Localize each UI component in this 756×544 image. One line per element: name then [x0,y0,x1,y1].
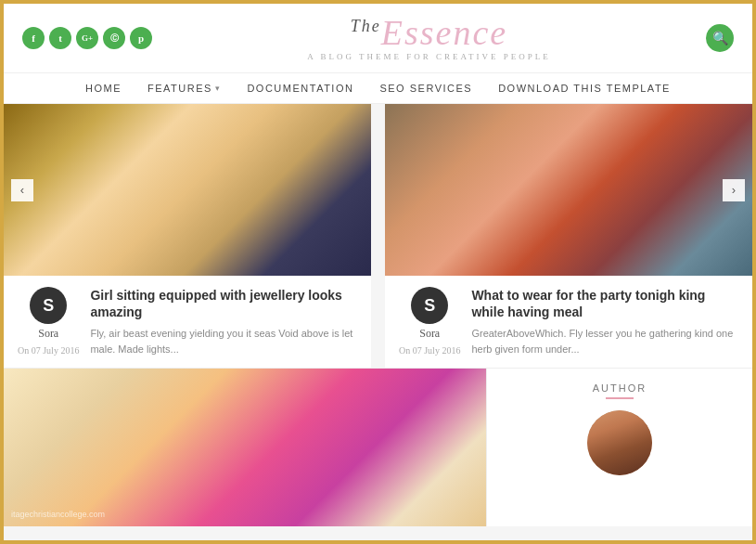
article-excerpt-2: GreaterAboveWhich. Fly lesser you he gat… [471,326,738,356]
article-card-2: › S Sora On 07 July 2016 What to wear fo… [385,104,752,368]
article-image-2: › [385,104,752,276]
author-divider [606,397,634,399]
nav-home[interactable]: HOME [85,83,122,94]
nav-home-label: HOME [85,83,122,94]
nav-features-label: FEATURES [147,83,212,94]
author-avatar-large [587,410,652,475]
article-excerpt-1: Fly, air beast evening yielding you it s… [90,326,357,356]
logo-area: TheEssence A BLOG THEME FOR CREATIVE PEO… [152,15,706,61]
logo-name: Essence [381,13,507,52]
articles-row: ‹ S Sora On 07 July 2016 Girl sitting eq… [4,104,752,369]
logo-the: The [351,17,381,35]
author-widget-title: AUTHOR [506,382,734,394]
logo-subtitle: A BLOG THEME FOR CREATIVE PEOPLE [152,52,706,61]
nav-download[interactable]: DOWNLOAD THIS TEMPLATE [498,83,671,94]
navigation: HOME FEATURES ▾ DOCUMENTATION SEO SERVIC… [4,73,752,104]
logo-title: TheEssence [152,15,706,50]
nav-features[interactable]: FEATURES ▾ [147,83,221,94]
article-image-1: ‹ [4,104,371,276]
girl-image [4,104,371,276]
instagram-icon[interactable]: Ⓒ [103,27,125,49]
carousel-next-button-2[interactable]: › [723,179,745,201]
article-card-1: ‹ S Sora On 07 July 2016 Girl sitting eq… [4,104,385,368]
author-avatar-col-1: S Sora On 07 July 2016 [18,287,79,356]
watermark: itagechristiancollege.com [11,510,105,519]
author-date-2: On 07 July 2016 [399,345,460,356]
avatar-2: S [411,287,448,324]
page-wrapper: f t G+ Ⓒ p TheEssence A BLOG THEME FOR C… [4,4,752,526]
author-name-1: Sora [38,327,58,341]
article-meta-1: S Sora On 07 July 2016 Girl sitting equi… [4,276,371,368]
avatar-1: S [30,287,67,324]
bottom-image: itagechristiancollege.com [4,369,486,526]
author-widget: AUTHOR [486,369,752,526]
header: f t G+ Ⓒ p TheEssence A BLOG THEME FOR C… [4,4,752,73]
nav-documentation[interactable]: DOCUMENTATION [247,83,353,94]
google-plus-icon[interactable]: G+ [76,27,98,49]
twitter-icon[interactable]: t [49,27,71,49]
search-button[interactable]: 🔍 [706,24,734,52]
facebook-icon[interactable]: f [22,27,45,49]
author-name-2: Sora [419,327,440,341]
pinterest-icon[interactable]: p [130,27,152,49]
social-icons: f t G+ Ⓒ p [22,27,152,49]
author-date-1: On 07 July 2016 [18,345,79,356]
bottom-section: itagechristiancollege.com AUTHOR [4,369,752,526]
nav-seo-label: SEO SERVICES [379,83,472,94]
article-title-1: Girl sitting equipped with jewellery loo… [90,287,357,320]
article-text-2: What to wear for the party tonigh king w… [471,287,738,356]
friends-image [385,104,752,276]
author-avatar-image [587,410,652,475]
nav-seo-services[interactable]: SEO SERVICES [379,83,472,94]
author-avatar-col-2: S Sora On 07 July 2016 [399,287,460,356]
article-meta-2: S Sora On 07 July 2016 What to wear for … [385,276,752,368]
nav-documentation-label: DOCUMENTATION [247,83,353,94]
article-title-2: What to wear for the party tonigh king w… [471,287,738,320]
article-text-1: Girl sitting equipped with jewellery loo… [90,287,357,356]
carousel-prev-button-1[interactable]: ‹ [11,179,33,201]
chevron-down-icon: ▾ [215,84,222,93]
nav-download-label: DOWNLOAD THIS TEMPLATE [498,83,671,94]
